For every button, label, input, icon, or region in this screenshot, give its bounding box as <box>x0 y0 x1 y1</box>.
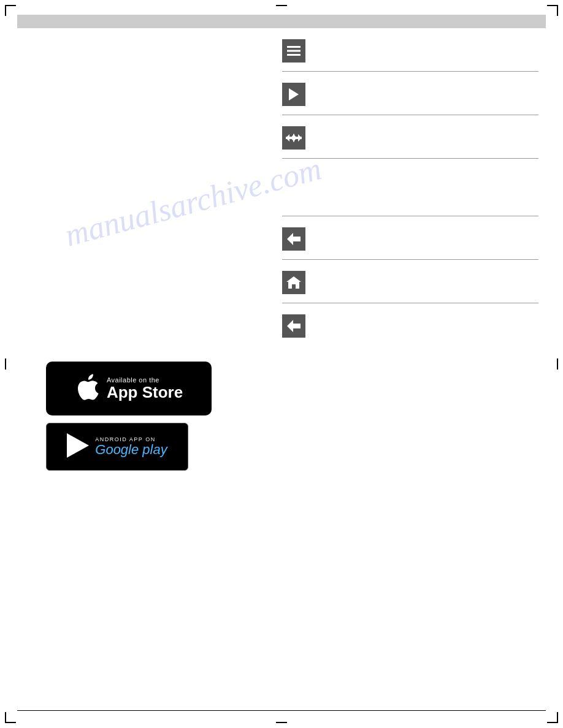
play-icon-section <box>282 80 538 115</box>
corner-mark-bl <box>5 712 16 723</box>
menu-icon-section <box>282 37 538 72</box>
corner-mark-tr <box>547 5 558 16</box>
google-play-big-text: Google play <box>95 442 167 457</box>
corner-mark-tl <box>5 5 16 16</box>
side-mark-left <box>5 358 6 370</box>
google-play-text-group: ANDROID APP ON Google play <box>95 436 167 457</box>
play-icon-box <box>282 83 305 106</box>
svg-rect-0 <box>287 46 301 48</box>
play-icon-row <box>282 80 538 106</box>
svg-marker-11 <box>67 433 89 458</box>
back2-icon-box <box>282 314 305 338</box>
arrows-icon-section <box>282 124 538 159</box>
back2-icon-row <box>282 312 538 338</box>
google-play-play: play <box>142 442 167 457</box>
google-play-icon <box>67 433 89 460</box>
side-mark-bottom <box>276 722 287 723</box>
home-icon-box <box>282 271 305 294</box>
empty-section <box>282 167 538 216</box>
google-play-badge-inner: ANDROID APP ON Google play <box>67 433 167 460</box>
corner-mark-br <box>547 712 558 723</box>
side-mark-right <box>557 358 558 370</box>
top-bar <box>17 15 546 28</box>
menu-icon-box <box>282 39 305 63</box>
home-icon-row <box>282 268 538 294</box>
back2-icon <box>287 320 301 332</box>
svg-marker-9 <box>286 276 301 289</box>
menu-icon-row <box>282 37 538 63</box>
home-icon-section <box>282 268 538 303</box>
svg-marker-10 <box>287 320 301 332</box>
svg-marker-7 <box>289 134 302 142</box>
svg-marker-3 <box>289 88 299 100</box>
home-icon <box>286 276 301 289</box>
svg-marker-8 <box>287 233 301 245</box>
app-store-text-group: Available on the App Store <box>107 376 183 401</box>
svg-rect-1 <box>287 50 301 52</box>
bottom-line <box>17 710 546 711</box>
app-store-big-text: App Store <box>107 384 183 401</box>
google-play-badge[interactable]: ANDROID APP ON Google play <box>46 423 188 471</box>
app-store-badge[interactable]: Available on the App Store <box>46 362 212 415</box>
back-icon-box <box>282 227 305 251</box>
badges-area: Available on the App Store ANDROID APP O… <box>46 362 212 471</box>
app-store-badge-inner: Available on the App Store <box>75 373 183 404</box>
app-store-small-text: Available on the <box>107 376 183 384</box>
arrows-lr-icon <box>286 132 302 143</box>
back-icon-section <box>282 225 538 260</box>
back-icon-row <box>282 225 538 251</box>
play-icon <box>288 88 300 101</box>
back2-icon-section <box>282 312 538 346</box>
arrows-lr-icon-box <box>282 126 305 150</box>
apple-icon <box>75 373 99 404</box>
arrows-icon-row <box>282 124 538 150</box>
right-panel <box>282 37 538 355</box>
svg-rect-2 <box>287 54 301 56</box>
menu-icon <box>287 45 301 56</box>
side-mark-top <box>276 5 287 6</box>
back-icon <box>287 233 301 245</box>
google-play-google: Google <box>95 442 139 457</box>
